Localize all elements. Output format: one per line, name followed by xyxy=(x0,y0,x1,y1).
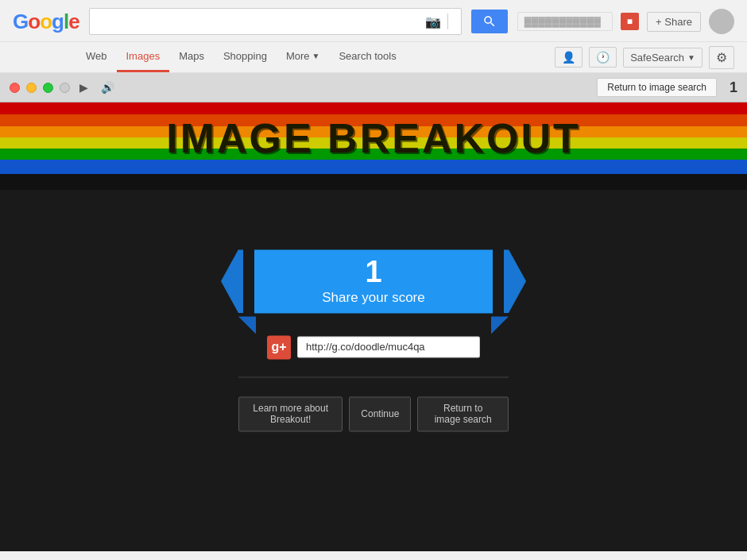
avatar xyxy=(709,9,734,34)
traffic-light-green xyxy=(43,83,53,93)
safe-search-button[interactable]: SafeSearch ▼ xyxy=(623,48,702,68)
history-icon-button[interactable]: 🕐 xyxy=(589,47,617,68)
score-label: Share your score xyxy=(322,290,424,306)
ribbon-main: 1 Share your score xyxy=(254,249,493,313)
nav-bar: Web Images Maps Shopping More ▼ Search t… xyxy=(0,42,747,73)
score-display-top: 1 xyxy=(730,79,737,96)
volume-button[interactable]: 🔊 xyxy=(98,79,118,95)
continue-button[interactable]: Continue xyxy=(349,396,411,431)
return-to-image-search-toolbar-button[interactable]: Return to image search xyxy=(597,78,717,97)
share-url-input[interactable]: http://g.co/doodle/muc4qa xyxy=(297,336,480,357)
share-row: g+ http://g.co/doodle/muc4qa xyxy=(267,335,480,359)
header-right: ▓▓▓▓▓▓▓▓▓▓▓ ■ + Share xyxy=(517,9,734,34)
safe-search-label: SafeSearch xyxy=(630,52,684,64)
dark-divider xyxy=(0,174,747,190)
nav-item-shopping[interactable]: Shopping xyxy=(214,42,277,72)
divider-line xyxy=(238,377,509,377)
search-bar: atari breakout 📷 xyxy=(89,8,462,35)
search-button[interactable] xyxy=(471,10,508,33)
chevron-down-icon: ▼ xyxy=(312,52,320,60)
nav-item-images[interactable]: Images xyxy=(117,42,170,72)
traffic-light-red xyxy=(10,83,20,93)
search-input[interactable]: atari breakout xyxy=(96,14,425,29)
gplus-badge[interactable]: ■ xyxy=(621,13,639,30)
action-buttons: Learn more about Breakout! Continue Retu… xyxy=(238,396,509,431)
history-icon: 🕐 xyxy=(596,51,610,64)
play-button[interactable]: ▶ xyxy=(76,79,91,95)
profile-area: ▓▓▓▓▓▓▓▓▓▓▓ xyxy=(517,12,613,31)
traffic-light-close xyxy=(60,83,70,93)
google-logo: Google xyxy=(13,10,79,34)
person-icon-button[interactable]: 👤 xyxy=(555,47,583,68)
nav-item-more[interactable]: More ▼ xyxy=(277,42,330,72)
traffic-light-yellow xyxy=(26,83,37,93)
ribbon-container: 1 Share your score xyxy=(238,241,509,321)
person-icon: 👤 xyxy=(562,51,575,64)
chevron-down-icon-safesearch: ▼ xyxy=(687,53,695,62)
ribbon-left-ear xyxy=(221,249,243,313)
settings-icon-button[interactable]: ⚙ xyxy=(709,46,734,69)
game-title: IMAGE BREAKOUT xyxy=(166,114,581,162)
search-tools-button[interactable]: Search tools xyxy=(329,42,405,72)
rainbow-header: IMAGE BREAKOUT xyxy=(0,102,747,174)
game-area: IMAGE BREAKOUT 1 Share your score g+ htt… xyxy=(0,102,747,551)
ribbon-right-ear xyxy=(504,249,526,313)
ribbon-right-fold xyxy=(491,316,509,334)
nav-left: Web Images Maps Shopping More ▼ Search t… xyxy=(76,42,406,72)
score-panel: 1 Share your score g+ http://g.co/doodle… xyxy=(238,241,509,431)
score-number: 1 xyxy=(365,257,381,287)
gear-icon: ⚙ xyxy=(716,50,727,65)
nav-item-maps[interactable]: Maps xyxy=(169,42,214,72)
toolbar-bar: ▶ 🔊 Return to image search 1 xyxy=(0,73,747,102)
camera-icon[interactable]: 📷 xyxy=(425,14,441,29)
nav-right: 👤 🕐 SafeSearch ▼ ⚙ xyxy=(555,46,734,69)
learn-more-button[interactable]: Learn more about Breakout! xyxy=(238,396,343,431)
return-to-image-search-button[interactable]: Return to image search xyxy=(417,396,509,431)
gplus-share-icon[interactable]: g+ xyxy=(267,335,291,359)
nav-item-web[interactable]: Web xyxy=(76,42,117,72)
share-button[interactable]: + Share xyxy=(647,12,701,32)
ribbon-left-fold xyxy=(238,316,256,334)
